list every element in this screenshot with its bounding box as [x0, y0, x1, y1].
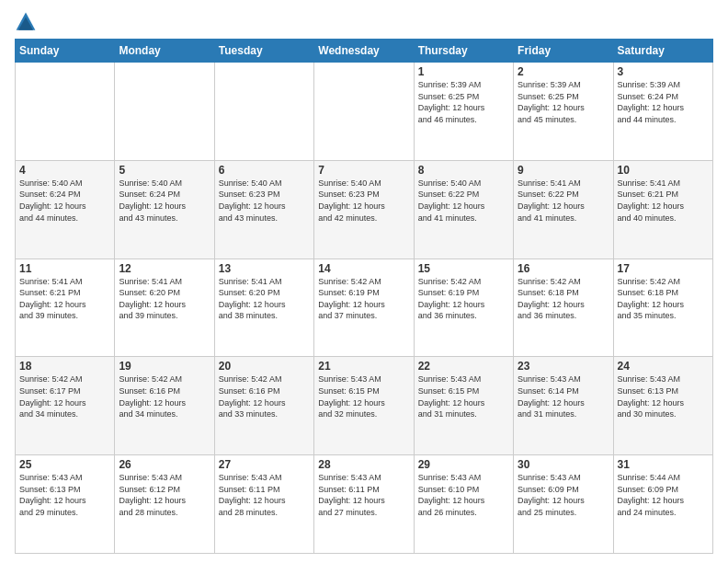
day-number: 13	[219, 262, 310, 275]
table-row: 15Sunrise: 5:42 AM Sunset: 6:19 PM Dayli…	[414, 259, 513, 357]
day-info: Sunrise: 5:41 AM Sunset: 6:22 PM Dayligh…	[518, 178, 609, 224]
day-number: 8	[418, 164, 509, 177]
day-info: Sunrise: 5:42 AM Sunset: 6:16 PM Dayligh…	[219, 373, 310, 419]
day-number: 30	[518, 458, 609, 471]
table-row	[16, 63, 115, 161]
day-info: Sunrise: 5:43 AM Sunset: 6:12 PM Dayligh…	[119, 472, 210, 518]
table-row: 17Sunrise: 5:42 AM Sunset: 6:18 PM Dayli…	[613, 259, 712, 357]
day-info: Sunrise: 5:42 AM Sunset: 6:18 PM Dayligh…	[518, 276, 609, 322]
day-info: Sunrise: 5:42 AM Sunset: 6:17 PM Dayligh…	[19, 373, 110, 419]
day-info: Sunrise: 5:43 AM Sunset: 6:14 PM Dayligh…	[518, 373, 609, 419]
day-number: 20	[219, 360, 310, 373]
table-row: 13Sunrise: 5:41 AM Sunset: 6:20 PM Dayli…	[214, 259, 313, 357]
day-info: Sunrise: 5:41 AM Sunset: 6:21 PM Dayligh…	[618, 178, 709, 224]
table-row: 16Sunrise: 5:42 AM Sunset: 6:18 PM Dayli…	[514, 259, 613, 357]
day-number: 3	[618, 65, 709, 78]
day-info: Sunrise: 5:42 AM Sunset: 6:16 PM Dayligh…	[119, 373, 210, 419]
day-number: 31	[618, 458, 709, 471]
table-row: 22Sunrise: 5:43 AM Sunset: 6:15 PM Dayli…	[414, 357, 513, 455]
table-row: 26Sunrise: 5:43 AM Sunset: 6:12 PM Dayli…	[115, 455, 214, 554]
day-number: 1	[418, 65, 509, 78]
table-row: 7Sunrise: 5:40 AM Sunset: 6:23 PM Daylig…	[314, 160, 414, 259]
day-info: Sunrise: 5:43 AM Sunset: 6:10 PM Dayligh…	[418, 472, 509, 518]
day-info: Sunrise: 5:42 AM Sunset: 6:18 PM Dayligh…	[618, 276, 709, 322]
day-number: 2	[518, 65, 609, 78]
calendar-week-row: 25Sunrise: 5:43 AM Sunset: 6:13 PM Dayli…	[16, 455, 713, 554]
col-tuesday: Tuesday	[214, 40, 313, 63]
col-friday: Friday	[514, 40, 613, 63]
table-row: 9Sunrise: 5:41 AM Sunset: 6:22 PM Daylig…	[514, 160, 613, 259]
day-info: Sunrise: 5:40 AM Sunset: 6:24 PM Dayligh…	[19, 178, 110, 224]
day-number: 4	[19, 164, 110, 177]
day-number: 26	[119, 458, 210, 471]
calendar-page: Sunday Monday Tuesday Wednesday Thursday…	[0, 0, 728, 563]
day-info: Sunrise: 5:43 AM Sunset: 6:13 PM Dayligh…	[618, 373, 709, 419]
day-info: Sunrise: 5:43 AM Sunset: 6:11 PM Dayligh…	[318, 472, 409, 518]
day-info: Sunrise: 5:39 AM Sunset: 6:25 PM Dayligh…	[418, 79, 509, 125]
table-row: 1Sunrise: 5:39 AM Sunset: 6:25 PM Daylig…	[414, 63, 513, 161]
day-info: Sunrise: 5:44 AM Sunset: 6:09 PM Dayligh…	[618, 472, 709, 518]
day-number: 24	[618, 360, 709, 373]
table-row: 21Sunrise: 5:43 AM Sunset: 6:15 PM Dayli…	[314, 357, 414, 455]
table-row: 24Sunrise: 5:43 AM Sunset: 6:13 PM Dayli…	[613, 357, 712, 455]
calendar-header-row: Sunday Monday Tuesday Wednesday Thursday…	[16, 40, 713, 63]
table-row: 11Sunrise: 5:41 AM Sunset: 6:21 PM Dayli…	[16, 259, 115, 357]
day-info: Sunrise: 5:39 AM Sunset: 6:24 PM Dayligh…	[618, 79, 709, 125]
day-info: Sunrise: 5:41 AM Sunset: 6:21 PM Dayligh…	[19, 276, 110, 322]
table-row: 30Sunrise: 5:43 AM Sunset: 6:09 PM Dayli…	[514, 455, 613, 554]
day-number: 21	[318, 360, 409, 373]
day-number: 23	[518, 360, 609, 373]
calendar-week-row: 4Sunrise: 5:40 AM Sunset: 6:24 PM Daylig…	[16, 160, 713, 259]
table-row: 5Sunrise: 5:40 AM Sunset: 6:24 PM Daylig…	[115, 160, 214, 259]
top-section	[15, 11, 713, 33]
day-info: Sunrise: 5:43 AM Sunset: 6:09 PM Dayligh…	[518, 472, 609, 518]
day-number: 9	[518, 164, 609, 177]
day-info: Sunrise: 5:40 AM Sunset: 6:23 PM Dayligh…	[219, 178, 310, 224]
day-number: 5	[119, 164, 210, 177]
table-row: 28Sunrise: 5:43 AM Sunset: 6:11 PM Dayli…	[314, 455, 414, 554]
day-info: Sunrise: 5:43 AM Sunset: 6:13 PM Dayligh…	[19, 472, 110, 518]
table-row: 14Sunrise: 5:42 AM Sunset: 6:19 PM Dayli…	[314, 259, 414, 357]
day-number: 15	[418, 262, 509, 275]
col-wednesday: Wednesday	[314, 40, 414, 63]
day-number: 17	[618, 262, 709, 275]
table-row: 31Sunrise: 5:44 AM Sunset: 6:09 PM Dayli…	[613, 455, 712, 554]
day-info: Sunrise: 5:40 AM Sunset: 6:24 PM Dayligh…	[119, 178, 210, 224]
day-number: 28	[318, 458, 409, 471]
calendar-week-row: 1Sunrise: 5:39 AM Sunset: 6:25 PM Daylig…	[16, 63, 713, 161]
day-number: 6	[219, 164, 310, 177]
day-number: 12	[119, 262, 210, 275]
day-number: 18	[19, 360, 110, 373]
day-number: 11	[19, 262, 110, 275]
day-info: Sunrise: 5:43 AM Sunset: 6:15 PM Dayligh…	[418, 373, 509, 419]
day-info: Sunrise: 5:41 AM Sunset: 6:20 PM Dayligh…	[119, 276, 210, 322]
table-row: 2Sunrise: 5:39 AM Sunset: 6:25 PM Daylig…	[514, 63, 613, 161]
table-row: 10Sunrise: 5:41 AM Sunset: 6:21 PM Dayli…	[613, 160, 712, 259]
col-monday: Monday	[115, 40, 214, 63]
table-row: 6Sunrise: 5:40 AM Sunset: 6:23 PM Daylig…	[214, 160, 313, 259]
day-info: Sunrise: 5:43 AM Sunset: 6:11 PM Dayligh…	[219, 472, 310, 518]
table-row: 23Sunrise: 5:43 AM Sunset: 6:14 PM Dayli…	[514, 357, 613, 455]
day-number: 7	[318, 164, 409, 177]
day-info: Sunrise: 5:42 AM Sunset: 6:19 PM Dayligh…	[418, 276, 509, 322]
table-row	[115, 63, 214, 161]
day-number: 19	[119, 360, 210, 373]
logo	[15, 11, 40, 33]
day-number: 25	[19, 458, 110, 471]
table-row: 29Sunrise: 5:43 AM Sunset: 6:10 PM Dayli…	[414, 455, 513, 554]
day-info: Sunrise: 5:40 AM Sunset: 6:22 PM Dayligh…	[418, 178, 509, 224]
calendar-week-row: 11Sunrise: 5:41 AM Sunset: 6:21 PM Dayli…	[16, 259, 713, 357]
table-row: 4Sunrise: 5:40 AM Sunset: 6:24 PM Daylig…	[16, 160, 115, 259]
col-thursday: Thursday	[414, 40, 513, 63]
day-number: 29	[418, 458, 509, 471]
col-saturday: Saturday	[613, 40, 712, 63]
table-row: 12Sunrise: 5:41 AM Sunset: 6:20 PM Dayli…	[115, 259, 214, 357]
day-info: Sunrise: 5:41 AM Sunset: 6:20 PM Dayligh…	[219, 276, 310, 322]
table-row: 19Sunrise: 5:42 AM Sunset: 6:16 PM Dayli…	[115, 357, 214, 455]
table-row: 3Sunrise: 5:39 AM Sunset: 6:24 PM Daylig…	[613, 63, 712, 161]
calendar-table: Sunday Monday Tuesday Wednesday Thursday…	[15, 39, 713, 554]
day-number: 16	[518, 262, 609, 275]
table-row: 27Sunrise: 5:43 AM Sunset: 6:11 PM Dayli…	[214, 455, 313, 554]
day-number: 10	[618, 164, 709, 177]
calendar-week-row: 18Sunrise: 5:42 AM Sunset: 6:17 PM Dayli…	[16, 357, 713, 455]
